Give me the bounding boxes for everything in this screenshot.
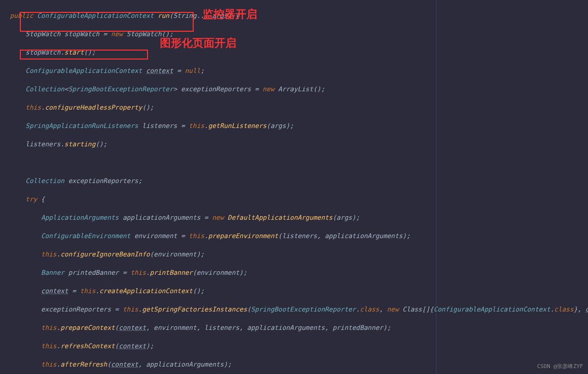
- code-line[interactable]: this.refreshContext(context);: [10, 342, 588, 351]
- code-line[interactable]: this.configureHeadlessProperty();: [10, 103, 588, 113]
- code-line[interactable]: Collection<SpringBootExceptionReporter> …: [10, 85, 588, 94]
- code-line[interactable]: this.configureIgnoreBeanInfo(environment…: [10, 250, 588, 259]
- code-line[interactable]: SpringApplicationRunListeners listeners …: [10, 122, 588, 131]
- code-line[interactable]: ApplicationArguments applicationArgument…: [10, 213, 588, 223]
- code-editor[interactable]: public ConfigurableApplicationContext ru…: [10, 2, 588, 374]
- code-line[interactable]: listeners.starting();: [10, 140, 588, 149]
- code-line[interactable]: ConfigurableEnvironment environment = th…: [10, 232, 588, 241]
- watermark: CSDN @张彦峰ZYF: [537, 362, 583, 372]
- code-line[interactable]: public ConfigurableApplicationContext ru…: [10, 11, 588, 21]
- editor-margin-line: [436, 0, 437, 374]
- code-line[interactable]: stopWatch.start();: [10, 48, 588, 58]
- code-line[interactable]: Collection exceptionReporters;: [10, 177, 588, 186]
- code-line[interactable]: this.prepareContext(context, environment…: [10, 323, 588, 333]
- code-line[interactable]: StopWatch stopWatch = new StopWatch();: [10, 30, 588, 39]
- code-line[interactable]: context = this.createApplicationContext(…: [10, 287, 588, 296]
- code-line[interactable]: exceptionReporters = this.getSpringFacto…: [10, 305, 588, 314]
- code-line[interactable]: [10, 158, 588, 168]
- code-line[interactable]: ConfigurableApplicationContext context =…: [10, 66, 588, 76]
- code-line[interactable]: try {: [10, 195, 588, 204]
- code-line[interactable]: this.afterRefresh(context, applicationAr…: [10, 360, 588, 370]
- code-line[interactable]: Banner printedBanner = this.printBanner(…: [10, 268, 588, 278]
